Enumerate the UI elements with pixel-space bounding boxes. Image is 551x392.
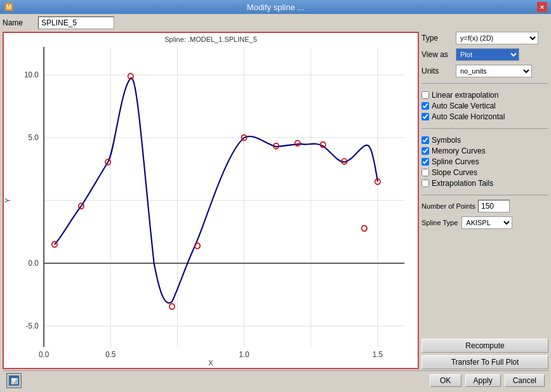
symbols-label: Symbols xyxy=(432,136,461,145)
spline-type-label: Spline Type xyxy=(422,219,458,226)
bottom-icon: 📊 xyxy=(6,373,22,388)
svg-text:0.5: 0.5 xyxy=(105,350,116,359)
plot-title: Spline: .MODEL_1.SPLINE_5 xyxy=(164,36,257,43)
units-select[interactable]: no_units xyxy=(456,65,532,77)
app-icon: M xyxy=(4,2,14,12)
cancel-button[interactable]: Cancel xyxy=(505,374,545,387)
viewas-label: View as xyxy=(422,50,453,59)
symbols-checkbox[interactable]: Symbols xyxy=(422,136,548,145)
extrap-tails-checkbox[interactable]: Extrapolation Tails xyxy=(422,179,548,188)
svg-text:-5.0: -5.0 xyxy=(26,322,39,330)
auto-scale-v-label: Auto Scale Vertical xyxy=(432,101,496,110)
svg-text:0.0: 0.0 xyxy=(39,350,49,359)
window-title: Modify spline ... xyxy=(14,3,537,12)
svg-text:1.5: 1.5 xyxy=(373,350,383,359)
svg-text:10.0: 10.0 xyxy=(24,70,39,79)
linear-extrap-input[interactable] xyxy=(422,91,429,99)
svg-text:M: M xyxy=(6,4,11,11)
memory-curves-input[interactable] xyxy=(422,147,429,155)
plot-svg: 10.0 5.0 0.0 -5.0 0.0 0.5 1.0 1.5 xyxy=(4,33,418,368)
transfer-full-plot-button[interactable]: Transfer To Full Plot xyxy=(422,355,548,369)
recompute-button[interactable]: Recompute xyxy=(422,339,548,353)
symbols-input[interactable] xyxy=(422,136,429,144)
spline-type-select[interactable]: AKISPL xyxy=(461,216,512,229)
svg-text:5.0: 5.0 xyxy=(29,133,39,142)
auto-scale-v-input[interactable] xyxy=(422,102,429,110)
name-input[interactable] xyxy=(38,16,114,29)
bottom-bar: 📊 OK Apply Cancel xyxy=(3,370,548,389)
num-points-label: Number of Points xyxy=(422,202,475,210)
linear-extrap-checkbox[interactable]: Linear extrapolation xyxy=(422,91,548,100)
button-group: Recompute Transfer To Full Plot xyxy=(422,339,548,369)
main-container: Name Spline: .MODEL_1.SPLINE_5 Y X xyxy=(0,14,551,392)
spline-curves-input[interactable] xyxy=(422,158,429,166)
num-points-group: Number of Points xyxy=(422,200,548,212)
apply-button[interactable]: Apply xyxy=(465,374,501,387)
icon-svg: 📊 xyxy=(8,374,20,387)
extrap-tails-input[interactable] xyxy=(422,180,429,187)
plot-area: Spline: .MODEL_1.SPLINE_5 Y X xyxy=(3,32,419,369)
auto-scale-h-checkbox[interactable]: Auto Scale Horizontal xyxy=(422,112,548,121)
title-bar: M Modify spline ... × xyxy=(0,0,551,14)
type-label: Type xyxy=(422,34,453,42)
units-group: Units no_units xyxy=(422,65,548,77)
slope-curves-input[interactable] xyxy=(422,169,429,176)
viewas-select[interactable]: Plot xyxy=(456,48,519,61)
divider2 xyxy=(422,128,548,129)
type-select[interactable]: y=f(x) (2D) xyxy=(456,32,538,44)
memory-curves-checkbox[interactable]: Memory Curves xyxy=(422,147,548,155)
name-label: Name xyxy=(3,18,34,27)
auto-scale-h-input[interactable] xyxy=(422,113,429,121)
svg-text:0.0: 0.0 xyxy=(29,259,39,268)
bottom-buttons: OK Apply Cancel xyxy=(430,374,545,387)
type-group: Type y=f(x) (2D) xyxy=(422,32,548,44)
units-label: Units xyxy=(422,67,453,75)
name-row: Name xyxy=(3,16,548,29)
memory-curves-label: Memory Curves xyxy=(432,147,486,155)
y-axis-label: Y xyxy=(4,198,11,202)
x-axis-label: X xyxy=(208,359,213,367)
slope-curves-label: Slope Curves xyxy=(432,168,477,177)
auto-scale-h-label: Auto Scale Horizontal xyxy=(432,112,505,121)
divider3 xyxy=(422,195,548,195)
right-panel: Type y=f(x) (2D) View as Plot Units no_u… xyxy=(422,32,548,369)
svg-text:1.0: 1.0 xyxy=(239,350,249,359)
spline-curves-label: Spline Curves xyxy=(432,157,479,166)
slope-curves-checkbox[interactable]: Slope Curves xyxy=(422,168,548,177)
divider1 xyxy=(422,83,548,84)
spline-curves-checkbox[interactable]: Spline Curves xyxy=(422,157,548,166)
linear-extrap-label: Linear extrapolation xyxy=(432,91,498,100)
auto-scale-v-checkbox[interactable]: Auto Scale Vertical xyxy=(422,101,548,110)
svg-text:📊: 📊 xyxy=(11,377,18,385)
extrap-tails-label: Extrapolation Tails xyxy=(432,179,493,188)
checkbox-group-2: Symbols Memory Curves Spline Curves Slop… xyxy=(422,133,548,190)
viewas-group: View as Plot xyxy=(422,48,548,61)
checkbox-group-1: Linear extrapolation Auto Scale Vertical… xyxy=(422,88,548,124)
spline-type-group: Spline Type AKISPL xyxy=(422,216,548,229)
ok-button[interactable]: OK xyxy=(430,374,461,387)
content-row: Spline: .MODEL_1.SPLINE_5 Y X xyxy=(3,32,548,369)
close-button[interactable]: × xyxy=(537,2,547,12)
num-points-input[interactable] xyxy=(478,200,510,212)
